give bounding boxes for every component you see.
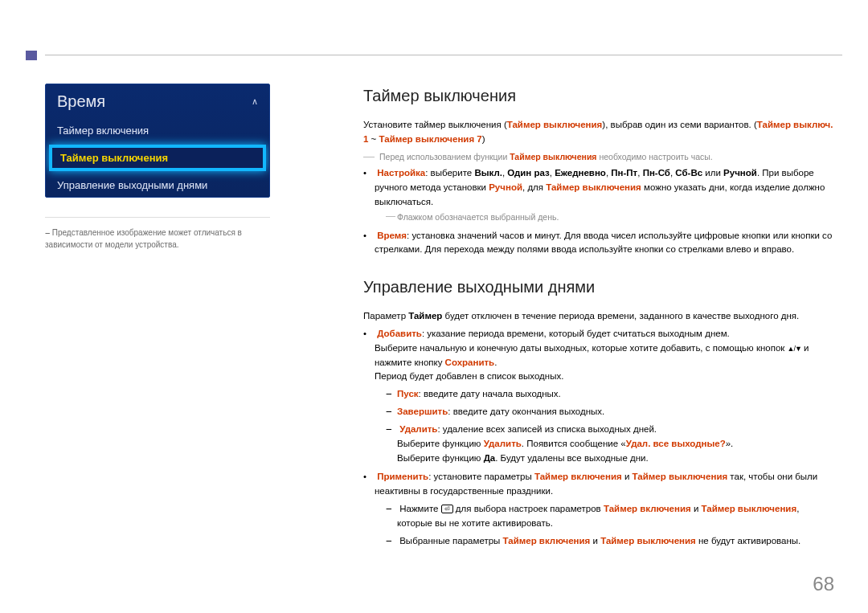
text: Выберите функцию [397,453,484,463]
li-add: Добавить: указание периода времени, кото… [375,327,834,465]
menu-item-on-timer[interactable]: Таймер включения [46,119,269,142]
content: Таймер выключения Установите таймер выкл… [363,84,834,553]
term: Ручной [489,182,522,192]
text: Флажком обозначается выбранный день. [397,212,559,222]
sub-press: Нажмите ⏎ для выбора настроек параметров… [397,502,834,531]
li-apply: Применить: установите параметры Таймер в… [375,470,834,548]
menu-item-off-timer[interactable]: Таймер выключения [49,145,266,171]
text: Выберите начальную и конечную даты выход… [375,343,788,353]
add-sublist: Пуск: введите дату начала выходных. Заве… [397,387,834,465]
term: Таймер включения [503,536,591,546]
sub-delete: Удалить: удаление всех записей из списка… [397,423,834,465]
opt: Пн-Пт [611,168,637,178]
text: Перед использованием функции [379,152,510,161]
text: Установите таймер выключения ( [363,120,507,129]
text: Выберите функцию [397,439,484,448]
menu-panel: Время ∧ Таймер включения Таймер выключен… [45,84,270,198]
term: Настройка [377,168,425,178]
holiday-intro: Параметр Таймер будет отключен в течение… [363,309,834,324]
sub-selected: Выбранные параметры Таймер включения и Т… [397,534,834,549]
term: Добавить [377,329,422,338]
note-clock: Перед использованием функции Таймер выкл… [363,150,834,163]
term: Завершить [397,407,448,416]
term: Таймер включения [604,504,691,513]
li-time: Время: установка значений часов и минут.… [375,229,834,258]
term: Таймер включения [534,472,622,481]
sidebar-footnote: ‒ Представленное изображение может отлич… [45,217,270,251]
opt: Выкл. [474,168,502,178]
sidebar: Время ∧ Таймер включения Таймер выключен… [45,84,270,251]
opt: Пн-Сб [643,168,670,178]
text: Выбранные параметры [399,536,502,546]
holiday-list: Добавить: указание периода времени, кото… [375,327,834,548]
heading-off-timer: Таймер выключения [363,84,834,108]
text: или [702,168,723,178]
text: не будут активированы. [696,536,801,546]
term: Таймер выключения [702,504,797,513]
menu-item-holiday[interactable]: Управление выходными днями [46,174,269,197]
page-number: 68 [813,573,834,595]
panel-title-row: Время ∧ [46,84,269,119]
text: будет отключен в течение периода времени… [442,311,799,321]
term: Время [377,231,407,240]
dash-icon [363,157,375,157]
text: для выбора настроек параметров [453,504,604,513]
text: . [494,358,497,367]
apply-sublist: Нажмите ⏎ для выбора настроек параметров… [397,502,834,548]
text: , для [522,182,546,192]
opt: Ежедневно [555,168,606,178]
text: ), выбрав один из семи вариантов. ( [602,120,756,129]
text: и [691,504,702,513]
term: Удалить [484,439,522,448]
opt: Ручной [723,168,757,178]
term: Таймер выключения [546,182,641,192]
term: Таймер выключения [600,536,696,546]
term: Сохранить [445,358,495,367]
text: Период будет добавлен в список выходных. [375,371,563,381]
li-setup: Настройка: выберите Выкл., Один раз, Еже… [375,166,834,224]
footnote-text: Представленное изображение может отличат… [45,228,242,249]
chevron-up-icon[interactable]: ∧ [252,96,258,107]
text: ». [726,439,734,448]
footnote-dash-icon: ‒ [45,228,52,237]
note-flag: Флажком обозначается выбранный день. [386,210,834,223]
header-rule [45,55,842,55]
enter-button-icon: ⏎ [441,505,453,513]
term: Таймер выключения 7 [379,134,482,144]
text: ) [482,134,485,144]
text: : удаление всех записей из списка выходн… [437,424,657,434]
text: : выберите [425,168,474,178]
text: : установка значений часов и минут. Для … [375,231,832,255]
text: и [622,472,633,481]
heading-holiday: Управление выходными днями [363,275,834,300]
term: Да [484,453,496,463]
text: : введите дату окончания выходных. [448,407,604,416]
term: Таймер [408,311,442,321]
term: Таймер выключения [633,472,728,481]
text: : указание периода времени, который буде… [422,329,730,338]
off-timer-list: Настройка: выберите Выкл., Один раз, Еже… [375,166,834,257]
panel-title: Время [57,92,105,111]
text: и [590,536,600,546]
term: Удалить [399,424,437,434]
updown-arrows-icon: ▲/▼ [788,344,801,355]
off-timer-intro: Установите таймер выключения (Таймер вык… [363,118,834,147]
term: Удал. все выходные? [626,439,726,448]
term: Таймер выключения [507,120,603,129]
text: : установите параметры [428,472,534,481]
text: : введите дату начала выходных. [419,389,561,398]
term: Таймер выключения [510,152,596,161]
opt: Один раз [507,168,549,178]
sub-start: Пуск: введите дату начала выходных. [397,387,834,402]
text: Параметр [363,311,408,321]
text: . Появится сообщение « [522,439,626,448]
term: Применить [377,472,428,481]
text: необходимо настроить часы. [596,152,712,161]
term: Пуск [397,389,419,398]
sub-end: Завершить: введите дату окончания выходн… [397,405,834,419]
opt: Сб-Вс [675,168,702,178]
text: Нажмите [399,504,440,513]
text: . Будут удалены все выходные дни. [495,453,648,463]
text: ~ [368,134,379,144]
